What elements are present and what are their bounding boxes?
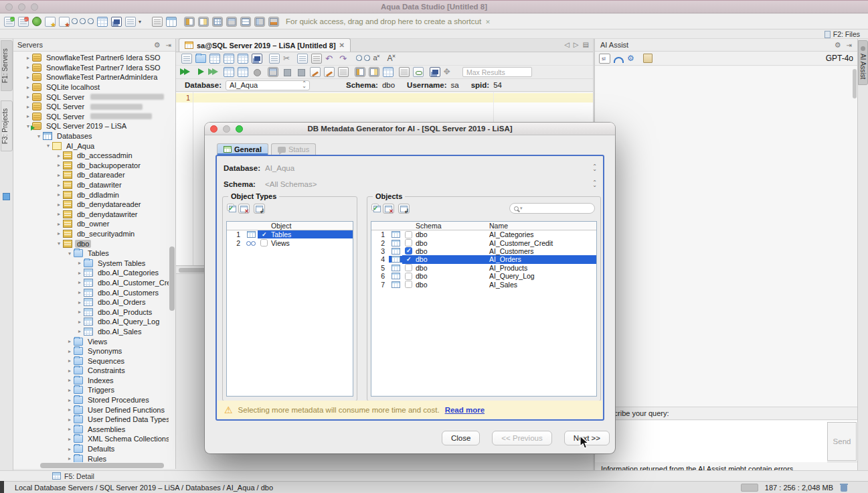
pin-icon[interactable] [282, 67, 292, 77]
chevron-right-icon[interactable] [66, 426, 74, 432]
object-row-selected[interactable]: 4 dbo AI_Orders [371, 255, 596, 263]
grid-edit-icon[interactable] [97, 17, 108, 27]
checkbox-unchecked[interactable] [260, 239, 268, 246]
chevron-right-icon[interactable] [55, 211, 63, 217]
undo-icon[interactable]: ↶ [325, 54, 336, 64]
tree-item[interactable]: Assemblies [13, 425, 169, 435]
tree-item[interactable]: System Tables [13, 258, 169, 268]
tree-item[interactable]: Databases [13, 131, 169, 141]
object-row[interactable]: 7 dbo AI_Sales [371, 280, 596, 288]
database-select[interactable]: AI_Aqua [226, 80, 310, 90]
dialog-titlebar[interactable]: DB Metadata Generator for AI - [SQL Serv… [205, 123, 615, 135]
chevron-right-icon[interactable] [24, 94, 32, 100]
chevron-right-icon[interactable] [66, 348, 74, 354]
print-icon[interactable] [252, 54, 262, 64]
go-icon[interactable]: ✥ [444, 67, 454, 77]
checkbox-unchecked[interactable] [405, 231, 412, 238]
schema-script-icon[interactable] [152, 17, 163, 27]
format-script-icon[interactable] [324, 67, 335, 77]
object-row[interactable]: 6 dbo AI_Query_Log [371, 272, 596, 280]
checkbox-unchecked[interactable] [405, 273, 412, 280]
tree-item[interactable]: SQL Server [13, 92, 169, 102]
collapse-panel-icon[interactable] [847, 42, 852, 49]
chevron-right-icon[interactable] [76, 309, 84, 315]
detail-bar[interactable]: F5: Detail [0, 470, 868, 481]
tree-item[interactable]: AI_Aqua [13, 141, 169, 151]
chevron-right-icon[interactable] [55, 162, 63, 168]
tree-item[interactable]: Tables [13, 249, 169, 259]
windows-icon[interactable] [111, 17, 122, 27]
register-server-icon[interactable] [4, 17, 15, 27]
tree-horizontal-scrollbar[interactable] [40, 463, 164, 468]
format-icon[interactable] [310, 67, 321, 77]
chevron-down-icon[interactable] [66, 251, 74, 257]
collapse-panel-icon[interactable] [166, 42, 171, 49]
tree-item[interactable]: db_denydatawriter [13, 210, 169, 220]
invert-selection-icon[interactable] [398, 204, 410, 214]
tab-general[interactable]: General [217, 143, 268, 155]
check-all-icon[interactable] [371, 204, 379, 211]
tab-status[interactable]: Status [271, 143, 316, 155]
execute-export-icon[interactable] [238, 67, 248, 77]
object-type-row[interactable]: 1 Tables [227, 230, 353, 238]
tree-vertical-scrollbar[interactable] [169, 246, 175, 311]
permalink-icon[interactable] [413, 67, 424, 77]
tree-item[interactable]: db_datareader [13, 170, 169, 180]
append-icon[interactable] [338, 67, 349, 77]
chevron-right-icon[interactable] [76, 279, 84, 285]
chevron-right-icon[interactable] [66, 446, 74, 452]
find-replace-icon[interactable] [365, 56, 370, 61]
chevron-right-icon[interactable] [66, 387, 74, 393]
gear-icon[interactable] [154, 41, 161, 50]
tree-item[interactable]: Constraints [13, 366, 169, 376]
tree-item[interactable]: SnowflakeTest PartnerAdminIdera [13, 72, 169, 82]
cut-icon[interactable]: ✂ [283, 54, 294, 64]
chevron-right-icon[interactable] [55, 182, 63, 188]
chevron-down-icon[interactable] [35, 133, 43, 139]
connect-icon[interactable] [32, 17, 41, 26]
chevron-right-icon[interactable] [76, 299, 84, 305]
sidebar-tab-servers[interactable]: F1: Servers [1, 40, 13, 91]
checkbox-checked[interactable] [405, 247, 412, 255]
query-input[interactable] [595, 421, 827, 462]
tree-item[interactable]: User Defined Data Types [13, 415, 169, 425]
chevron-right-icon[interactable] [24, 64, 32, 70]
paste-icon[interactable] [311, 54, 322, 64]
select-block-icon[interactable] [269, 54, 280, 64]
tree-item[interactable]: Triggers [13, 385, 169, 395]
execute-play-icon[interactable] [195, 67, 206, 77]
tree-item[interactable]: dbo.AI_Query_Log [13, 317, 169, 327]
dialog-database-select[interactable]: AI_Aqua [265, 164, 596, 172]
object-row[interactable]: 1 dbo AI_Categories [371, 230, 596, 238]
chevron-right-icon[interactable] [55, 221, 63, 227]
tree-item[interactable]: SQLite localhost [13, 82, 169, 92]
max-results-input[interactable] [462, 67, 532, 77]
chevron-right-icon[interactable] [24, 113, 32, 119]
find-icon[interactable] [357, 56, 362, 61]
layout-list-toggle[interactable] [240, 17, 251, 27]
tree-item-selected[interactable]: dbo [13, 238, 169, 249]
sidebar-tab-projects[interactable]: F3: Projects [1, 100, 13, 151]
chevron-right-icon[interactable] [76, 328, 84, 334]
chevron-right-icon[interactable] [24, 74, 32, 80]
tree-item[interactable]: db_backupoperator [13, 161, 169, 171]
search-options-caret[interactable] [520, 206, 523, 211]
uppercase-icon[interactable]: A˟ [387, 54, 398, 64]
tree-item[interactable]: dbo.AI_Customers [13, 287, 169, 297]
tree-item[interactable]: dbo.AI_Categories [13, 268, 169, 278]
layout-compare-toggle[interactable] [254, 17, 265, 27]
object-row[interactable]: 3 dbo AI_Customers [371, 247, 596, 255]
grid-view-icon[interactable] [89, 19, 94, 24]
notes-icon[interactable] [643, 54, 653, 63]
tree-item[interactable]: db_datawriter [13, 180, 169, 190]
new-file-icon[interactable] [181, 54, 192, 64]
send-button[interactable]: Send [827, 422, 857, 461]
stop-icon[interactable] [252, 67, 262, 77]
dialog-schema-select[interactable]: <All Schemas> [265, 180, 596, 188]
previous-button[interactable]: << Previous [492, 431, 551, 445]
status-scroll-thumb[interactable] [741, 484, 758, 492]
tree-item[interactable]: Indexes [13, 376, 169, 386]
checkbox-checked[interactable] [405, 256, 412, 263]
tree-item[interactable]: SQL Server [13, 112, 169, 122]
read-more-link[interactable]: Read more [445, 406, 485, 414]
